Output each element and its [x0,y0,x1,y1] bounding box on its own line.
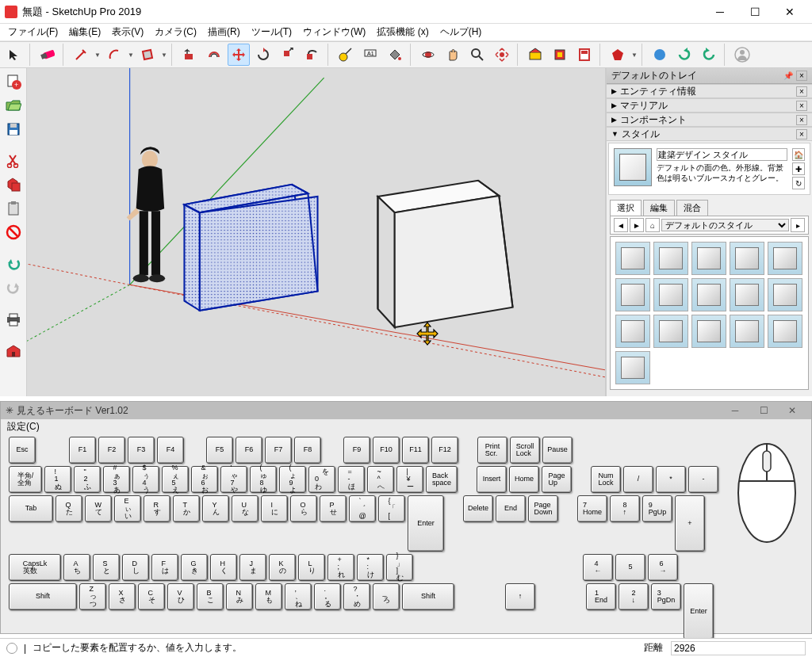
ruby-icon[interactable] [607,44,629,66]
copy-icon[interactable] [3,174,24,195]
style-item[interactable] [691,315,726,348]
panel-close-icon[interactable]: × [796,115,807,125]
key[interactable]: +;れ [327,554,354,581]
style-item[interactable] [653,315,688,348]
key[interactable]: Hく [210,554,237,581]
key[interactable]: Uな [232,495,259,522]
style-item[interactable] [730,278,764,311]
style-item[interactable] [768,242,802,275]
key[interactable]: Shift [402,583,454,610]
key[interactable]: / [623,466,653,493]
move-tool-icon[interactable] [228,44,250,66]
style-item[interactable] [768,278,802,311]
style-item[interactable] [615,351,650,384]
panel-entity-info[interactable]: ▶エンティティ情報× [607,84,812,98]
key[interactable]: Dし [122,554,149,581]
key[interactable]: (ょ9よ [279,466,306,493]
key[interactable]: 8↑ [610,495,640,522]
key[interactable]: Enter [684,583,714,640]
menu-edit[interactable]: 編集(E) [64,24,105,40]
key[interactable]: Iに [261,495,288,522]
key[interactable]: 7Home [577,495,607,522]
ruby-dropdown-icon[interactable]: ▼ [631,44,638,65]
key[interactable]: Jま [239,554,266,581]
key[interactable]: Aち [63,554,90,581]
style-item[interactable] [730,315,764,348]
followme-tool-icon[interactable] [301,44,324,66]
keyboard-maximize-icon[interactable]: ☐ [749,405,778,416]
tab-edit[interactable]: 編集 [643,200,675,216]
menu-tools[interactable]: ツール(T) [247,24,297,40]
key[interactable]: ?・め [343,583,370,610]
key[interactable]: Lり [298,554,325,581]
print-icon[interactable] [3,309,24,330]
key[interactable]: Tab [9,495,53,522]
key[interactable]: Yん [202,495,229,522]
key[interactable]: F9 [343,437,370,464]
key[interactable]: {「[ [378,495,405,522]
paste-icon[interactable] [3,198,24,219]
style-thumbnail[interactable] [614,148,652,186]
offset-tool-icon[interactable] [203,44,225,66]
keyboard-close-icon[interactable]: ✕ [778,405,806,416]
menu-camera[interactable]: カメラ(C) [150,24,201,40]
key[interactable]: 9PgUp [642,495,672,522]
panel-components[interactable]: ▶コンポーネント× [607,113,812,127]
panel-close-icon[interactable]: × [796,101,807,111]
layout-icon[interactable] [573,44,596,66]
key[interactable]: Home [509,466,539,493]
key[interactable]: 1End [586,583,616,610]
key[interactable]: CapsLk英数 [9,554,61,581]
key[interactable]: ,、ね [285,583,312,610]
key[interactable]: Oら [290,495,317,522]
open-file-icon[interactable] [3,95,24,116]
measurement-input[interactable] [671,641,806,655]
key[interactable]: F1 [69,437,96,464]
key[interactable]: Zっつ [79,583,106,610]
key[interactable]: 半角/全角 [9,466,42,493]
panel-close-icon[interactable]: × [796,86,807,97]
key[interactable]: .。る [314,583,341,610]
save-file-icon[interactable] [3,119,24,139]
panel-close-icon[interactable]: × [796,129,807,139]
style-item[interactable] [691,278,726,311]
menu-window[interactable]: ウィンドウ(W) [298,24,370,40]
key[interactable]: Shift [9,583,77,610]
minimize-button[interactable]: ─ [703,1,737,23]
key[interactable]: "2ふ [74,466,101,493]
key[interactable]: - [688,466,718,493]
key[interactable]: End [496,495,526,522]
maximize-button[interactable]: ☐ [737,1,772,23]
key[interactable]: (ゅ8ゆ [250,466,277,493]
key[interactable]: Insert [477,466,507,493]
key[interactable]: Mも [255,583,282,610]
nav-home-icon[interactable]: ⌂ [645,218,660,232]
key[interactable]: 'ゃ7や [220,466,247,493]
shape-dropdown-icon[interactable]: ▼ [161,44,167,65]
key[interactable]: Enter [408,495,444,552]
key[interactable]: Gき [181,554,208,581]
keyboard-minimize-icon[interactable]: ─ [721,405,749,416]
key[interactable]: Xさ [109,583,136,610]
line-tool-icon[interactable] [70,44,92,66]
keyboard-menu[interactable]: 設定(C) [1,419,811,434]
key[interactable]: $ぅ4う [132,466,159,493]
menu-view[interactable]: 表示(V) [107,24,148,40]
arc-tool-icon[interactable] [103,44,125,66]
style-item[interactable] [615,278,650,311]
panel-materials[interactable]: ▶マテリアル× [607,98,812,113]
key[interactable]: ~^へ [367,466,394,493]
key[interactable]: PageUp [542,466,572,493]
keyboard-titlebar[interactable]: ✳ 見えるキーボード Ver1.02 ─ ☐ ✕ [1,402,811,419]
line-dropdown-icon[interactable]: ▼ [94,44,101,65]
style-item[interactable] [653,242,688,275]
key[interactable]: Cそ [138,583,165,610]
model-info-icon[interactable] [3,341,24,361]
key[interactable]: |¥ー [396,466,423,493]
key[interactable]: Pせ [320,495,347,522]
key[interactable]: 6→ [648,554,678,581]
pan-tool-icon[interactable] [442,44,464,66]
style-update-icon[interactable]: 🏠 [792,148,805,161]
tray-titlebar[interactable]: デフォルトのトレイ 📌 × [607,68,812,84]
key[interactable]: Fは [151,554,178,581]
